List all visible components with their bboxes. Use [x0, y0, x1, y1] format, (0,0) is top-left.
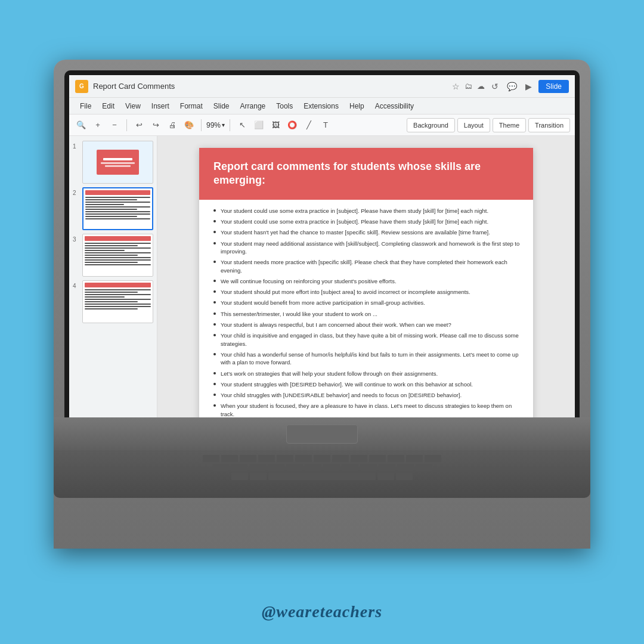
bullet-text-9: Your student is always respectful, but I… [221, 321, 451, 329]
key [221, 455, 238, 462]
key [323, 464, 340, 471]
zoom-out-button[interactable]: − [107, 118, 122, 132]
trackpad [286, 425, 358, 444]
bullet-item-3: Your student may need additional assista… [213, 240, 521, 256]
keyboard-area [54, 450, 590, 498]
slide-thumb-4[interactable]: 4 [73, 280, 153, 323]
screen: G Report Card Comments ☆ 🗂 ☁ ↺ 💬 ▶ Slide… [69, 75, 575, 447]
image-tool[interactable]: 🖼 [268, 118, 283, 132]
bullet-item-14: Your child struggles with [UNDESIRABLE b… [213, 391, 521, 399]
key [360, 464, 377, 471]
separator-1 [126, 119, 127, 131]
bullet-dot-4 [213, 261, 216, 263]
key [369, 455, 386, 462]
spacebar-key [268, 473, 376, 480]
bullet-dot-13 [213, 383, 216, 385]
line-tool[interactable]: ╱ [302, 118, 316, 132]
menu-view[interactable]: View [120, 101, 145, 112]
title-bar-icons: ↺ 💬 ▶ [490, 81, 534, 92]
slide-num-3: 3 [73, 236, 79, 243]
bullet-dot-7 [213, 301, 216, 304]
star-icon[interactable]: ☆ [452, 82, 460, 91]
key [249, 464, 266, 471]
menu-edit[interactable]: Edit [97, 101, 119, 112]
menu-file[interactable]: File [75, 101, 96, 112]
slideshow-button[interactable]: Slide [538, 80, 569, 93]
menu-slide[interactable]: Slide [209, 101, 234, 112]
bullet-dot-6 [213, 290, 216, 293]
bullet-dot-11 [213, 353, 216, 355]
bullet-text-12: Let's work on strategies that will help … [221, 370, 438, 377]
bullet-item-2: Your student hasn't yet had the chance t… [213, 228, 521, 236]
bullet-text-3: Your student may need additional assista… [221, 240, 521, 256]
attribution-text: @weareteachers [262, 602, 382, 621]
key [231, 464, 247, 471]
slide-thumb-2[interactable]: 2 [73, 187, 153, 230]
bullet-dot-2 [213, 231, 216, 233]
frame-tool[interactable]: ⬜ [252, 118, 266, 132]
bullet-text-7: Your student would benefit from more act… [221, 299, 425, 306]
bullet-item-0: Your student could use some extra practi… [213, 207, 521, 215]
background-button[interactable]: Background [407, 118, 455, 132]
cloud-icon[interactable]: ☁ [477, 82, 485, 91]
key [377, 473, 394, 480]
search-button[interactable]: 🔍 [74, 118, 88, 132]
undo-button[interactable]: ↩ [132, 118, 146, 132]
key [379, 464, 395, 471]
key [250, 473, 267, 480]
transition-button[interactable]: Transition [528, 118, 570, 132]
chevron-down-icon[interactable]: ▾ [222, 122, 225, 128]
keyboard-keys [80, 455, 564, 488]
key [397, 464, 414, 471]
bullet-text-5: We will continue focusing on reinforcing… [221, 277, 397, 285]
bullet-dot-8 [213, 312, 216, 315]
theme-button[interactable]: Theme [493, 118, 526, 132]
key [305, 464, 321, 471]
bullet-item-4: Your student needs more practice with [s… [213, 258, 521, 274]
bullet-text-8: This semester/trimester, I would like yo… [221, 310, 377, 318]
slide-num-2: 2 [73, 190, 79, 196]
bullet-item-6: Your student should put more effort into… [213, 288, 521, 296]
cursor-tool[interactable]: ↖ [235, 118, 249, 132]
slide-thumb-1[interactable]: 1 [73, 141, 153, 184]
bullet-dot-12 [213, 372, 216, 374]
menu-tools[interactable]: Tools [271, 101, 298, 112]
menu-help[interactable]: Help [345, 101, 369, 112]
bullet-text-14: Your child struggles with [UNDESIRABLE b… [221, 391, 462, 399]
menu-format[interactable]: Format [175, 101, 208, 112]
menu-extensions[interactable]: Extensions [299, 101, 343, 112]
slide-panel: 1 2 [69, 136, 157, 447]
slide-num-4: 4 [73, 283, 79, 289]
slide-img-3 [82, 234, 153, 277]
paint-button[interactable]: 🎨 [182, 118, 196, 132]
bullet-item-7: Your student would benefit from more act… [213, 299, 521, 306]
key [425, 455, 441, 462]
separator-2 [201, 119, 202, 131]
main-content: 1 2 [69, 136, 575, 447]
shape-tool[interactable]: ⭕ [285, 118, 299, 132]
layout-button[interactable]: Layout [457, 118, 490, 132]
bullet-text-15: When your student is focused, they are a… [221, 402, 521, 418]
history-icon[interactable]: ↺ [490, 81, 500, 92]
bullet-dot-3 [213, 242, 216, 244]
bullet-item-15: When your student is focused, they are a… [213, 402, 521, 418]
bullet-dot-5 [213, 280, 216, 282]
redo-button[interactable]: ↪ [148, 118, 163, 132]
zoom-in-button[interactable]: + [91, 118, 105, 132]
slide-header-title: Report card comments for students whose … [213, 160, 519, 188]
bullet-text-2: Your student hasn't yet had the chance t… [221, 228, 490, 236]
menu-arrange[interactable]: Arrange [236, 101, 271, 112]
present-icon[interactable]: ▶ [523, 81, 534, 92]
textbox-tool[interactable]: T [318, 118, 333, 132]
menu-accessibility[interactable]: Accessibility [370, 101, 419, 112]
chat-icon[interactable]: 💬 [506, 81, 517, 92]
bullet-item-5: We will continue focusing on reinforcing… [213, 277, 521, 285]
print-button[interactable]: 🖨 [165, 118, 179, 132]
menu-insert[interactable]: Insert [147, 101, 174, 112]
slide-body: Your student could use some extra practi… [199, 200, 533, 447]
key [268, 464, 284, 471]
slide-thumb-3[interactable]: 3 [73, 234, 153, 277]
bullet-text-1: Your student could use some extra practi… [221, 218, 488, 225]
folder-icon[interactable]: 🗂 [465, 82, 472, 91]
bullet-item-1: Your student could use some extra practi… [213, 218, 521, 225]
